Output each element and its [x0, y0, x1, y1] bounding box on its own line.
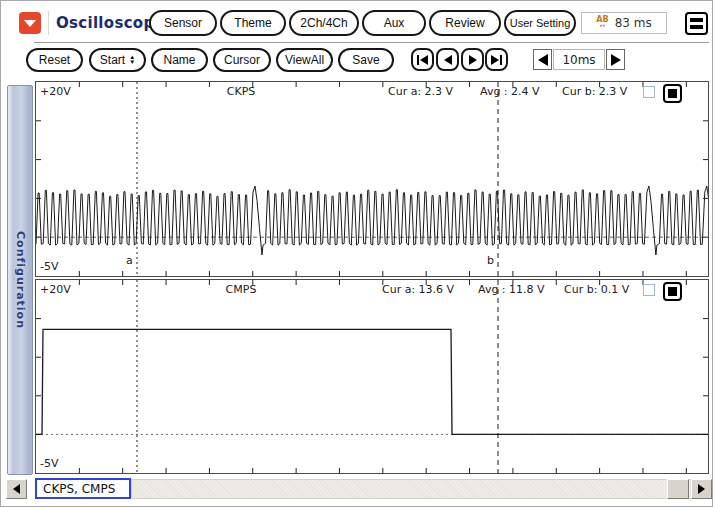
right-arrow-icon: [611, 54, 621, 66]
right-arrow-icon: [698, 484, 705, 494]
down-arrow-icon: [24, 20, 36, 27]
aux-button[interactable]: Aux: [362, 10, 426, 36]
skip-to-start-button[interactable]: [411, 48, 434, 71]
skip-end-icon: [491, 55, 499, 65]
skip-to-end-button[interactable]: [485, 48, 508, 71]
ch1-title: CKPS: [196, 85, 286, 98]
ch1-top-voltage-label: +20V: [40, 85, 71, 98]
ch2-color-button[interactable]: [663, 282, 682, 301]
ch2-checkbox[interactable]: [643, 284, 655, 296]
forward-icon: [469, 55, 477, 65]
configuration-tab[interactable]: Configuration: [7, 85, 33, 475]
review-button[interactable]: Review: [429, 10, 501, 36]
user-setting-button[interactable]: User Setting: [504, 10, 576, 36]
skip-start-icon: [420, 55, 428, 65]
left-arrow-icon: [538, 54, 548, 66]
ch1-bottom-voltage-label: -5V: [40, 260, 59, 273]
ch2-title: CMPS: [196, 283, 286, 296]
app-icon[interactable]: [19, 12, 41, 34]
reset-button[interactable]: Reset: [26, 48, 83, 72]
ch2-bottom-voltage-label: -5V: [40, 457, 59, 470]
horizontal-scrollbar-track[interactable]: [131, 479, 711, 499]
start-button[interactable]: Start ▲▼: [89, 48, 146, 72]
ch1-cursor-b-value: Cur b: 2.3 V: [562, 85, 627, 98]
time-measurement-display[interactable]: AB ↔ 83 ms: [581, 12, 667, 34]
scroll-left-button[interactable]: [6, 479, 27, 499]
scroll-right-button[interactable]: [691, 479, 712, 499]
theme-button[interactable]: Theme: [220, 10, 286, 36]
configuration-tab-label: Configuration: [14, 231, 27, 329]
ch1-average-value: Avg : 2.4 V: [480, 85, 540, 98]
time-scale-value: 10ms: [553, 49, 605, 70]
horizontal-scrollbar-thumb[interactable]: [667, 479, 689, 499]
save-button[interactable]: Save: [338, 48, 394, 72]
ch2-average-value: Avg : 11.8 V: [478, 283, 545, 296]
menu-icon[interactable]: [685, 12, 708, 35]
step-back-button[interactable]: [436, 48, 459, 71]
ch2-top-voltage-label: +20V: [40, 283, 71, 296]
time-scale-decrease-button[interactable]: [533, 49, 552, 70]
sensor-button[interactable]: Sensor: [149, 10, 217, 36]
cursor-button[interactable]: Cursor: [213, 48, 271, 72]
time-scale-increase-button[interactable]: [606, 49, 625, 70]
ch1-cursor-b-tag[interactable]: b: [487, 254, 494, 267]
name-button[interactable]: Name: [151, 48, 208, 72]
ckps-waveform: [36, 82, 708, 276]
ch2-cursor-b-value: Cur b: 0.1 V: [564, 283, 629, 296]
oscilloscope-window: Oscilloscope Sensor Theme 2Ch/4Ch Aux Re…: [0, 0, 713, 507]
ch1-cursor-a-value: Cur a: 2.3 V: [388, 85, 453, 98]
ch1-cursor-a-tag[interactable]: a: [126, 254, 133, 267]
channel-1-plot: +20V CKPS Cur a: 2.3 V Avg : 2.4 V Cur b…: [35, 81, 709, 277]
back-icon: [444, 55, 452, 65]
spinner-icon[interactable]: ▲▼: [129, 55, 135, 65]
channel-2-plot: +20V CMPS Cur a: 13.6 V Avg : 11.8 V Cur…: [35, 279, 709, 474]
status-bar: CKPS, CMPS: [1, 478, 713, 502]
ab-cursor-measure-icon: AB ↔: [596, 17, 608, 29]
channel-mode-button[interactable]: 2Ch/4Ch: [289, 10, 359, 36]
measurement-value: 83 ms: [615, 16, 652, 30]
view-all-button[interactable]: ViewAll: [276, 48, 333, 72]
ch1-color-button[interactable]: [663, 84, 682, 103]
title-divider: [48, 11, 49, 35]
toolbar-separator: [34, 42, 709, 43]
step-forward-button[interactable]: [461, 48, 484, 71]
left-arrow-icon: [13, 484, 20, 494]
ch2-cursor-a-value: Cur a: 13.6 V: [382, 283, 454, 296]
ch1-checkbox[interactable]: [643, 86, 655, 98]
cmps-waveform: [36, 280, 708, 473]
channel-list-label: CKPS, CMPS: [35, 478, 131, 499]
